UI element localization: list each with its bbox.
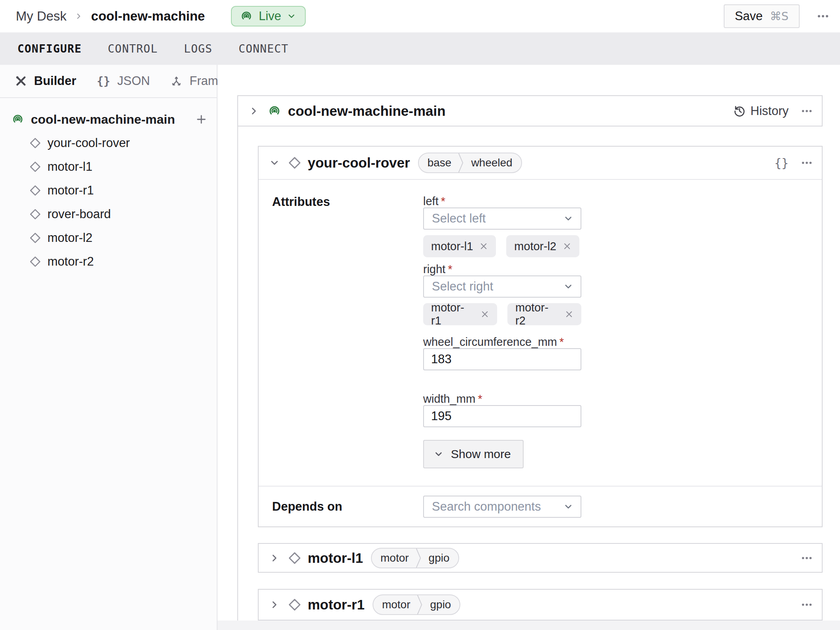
- depends-on-label: Depends on: [272, 500, 342, 514]
- wheel-circumference-input[interactable]: [423, 348, 581, 370]
- config-sidebar: Builder {} JSON Frame cool-new-machine-m…: [0, 65, 218, 630]
- left-chips: motor-l1 motor-l2: [423, 235, 581, 257]
- tree-item-rover-board[interactable]: rover-board: [0, 202, 217, 226]
- breadcrumb-root-link[interactable]: My Desk: [16, 9, 66, 24]
- component-diamond-icon: [29, 232, 41, 244]
- attributes-form: left* Select left motor-l1 motor-l2: [423, 180, 581, 468]
- save-shortcut: ⌘S: [770, 9, 789, 23]
- tab-logs[interactable]: LOGS: [184, 42, 212, 55]
- chip-remove-icon[interactable]: [481, 310, 489, 319]
- motor-menu-button[interactable]: [801, 553, 812, 564]
- frame-axes-icon: [170, 75, 182, 87]
- tree-item-your-cool-rover[interactable]: your-cool-rover: [0, 131, 217, 155]
- view-tab-json-label: JSON: [117, 74, 150, 88]
- rover-menu-button[interactable]: [801, 157, 812, 168]
- bottom-strip: [218, 621, 840, 630]
- save-label: Save: [735, 9, 763, 23]
- expand-chevron-icon[interactable]: [248, 106, 259, 117]
- component-diamond-icon: [29, 137, 41, 149]
- tree-root-item[interactable]: cool-new-machine-main: [0, 108, 217, 131]
- live-status-label: Live: [259, 9, 281, 23]
- header-menu-button[interactable]: [817, 10, 829, 22]
- width-input[interactable]: [423, 405, 581, 427]
- left-field-label: left*: [423, 195, 581, 207]
- chip-remove-icon[interactable]: [563, 242, 571, 251]
- motor-card-title: motor-l1: [308, 550, 363, 566]
- rover-card-title: your-cool-rover: [308, 155, 410, 171]
- chip-remove-icon[interactable]: [565, 310, 573, 319]
- tree-item-motor-r2[interactable]: motor-r2: [0, 250, 217, 274]
- dots-icon: [801, 599, 812, 610]
- part-menu-button[interactable]: [801, 106, 812, 117]
- component-type-badge: motor gpio: [371, 548, 459, 568]
- chip-motor-r2[interactable]: motor-r2: [507, 303, 581, 325]
- required-asterisk: *: [559, 336, 564, 348]
- badge-divider-icon: [415, 548, 422, 568]
- chip-motor-r1[interactable]: motor-r1: [423, 303, 497, 325]
- motor-menu-button[interactable]: [801, 599, 812, 610]
- badge-divider-icon: [416, 594, 424, 615]
- left-select-placeholder: Select left: [432, 211, 486, 226]
- part-card: cool-new-machine-main History: [237, 95, 823, 126]
- component-diamond-icon: [29, 256, 41, 268]
- chip-remove-icon[interactable]: [479, 242, 488, 251]
- add-component-button[interactable]: [195, 113, 207, 125]
- depends-select-placeholder: Search components: [432, 500, 541, 514]
- left-select[interactable]: Select left: [423, 207, 581, 230]
- view-json-button[interactable]: {}: [774, 156, 789, 170]
- attributes-label: Attributes: [272, 195, 330, 209]
- view-tab-builder-label: Builder: [34, 74, 76, 88]
- live-status-dropdown[interactable]: Live: [231, 6, 306, 26]
- width-label: width_mm*: [423, 392, 581, 405]
- show-more-button[interactable]: Show more: [423, 440, 524, 468]
- chevron-down-icon: [563, 281, 573, 292]
- required-asterisk: *: [478, 392, 482, 405]
- badge-model: gpio: [422, 549, 458, 568]
- chip-motor-l1[interactable]: motor-l1: [423, 235, 496, 257]
- component-diamond-icon: [288, 156, 301, 170]
- collapse-chevron-icon[interactable]: [269, 157, 280, 168]
- chevron-down-icon: [563, 213, 573, 224]
- chip-label: motor-l1: [431, 240, 473, 253]
- builder-tools-icon: [15, 75, 27, 87]
- show-more-label: Show more: [451, 447, 511, 461]
- save-button[interactable]: Save ⌘S: [724, 4, 800, 28]
- broadcast-icon: [11, 113, 25, 126]
- history-label: History: [751, 104, 789, 118]
- broadcast-icon: [267, 104, 282, 118]
- right-chips: motor-r1 motor-r2: [423, 303, 581, 325]
- history-button[interactable]: History: [733, 104, 789, 118]
- tree-item-motor-l2[interactable]: motor-l2: [0, 226, 217, 250]
- view-tab-json[interactable]: {} JSON: [97, 74, 150, 88]
- tree-item-motor-r1[interactable]: motor-r1: [0, 179, 217, 202]
- tree-item-label: motor-l2: [47, 231, 93, 245]
- expand-chevron-icon[interactable]: [269, 599, 280, 610]
- chip-motor-l2[interactable]: motor-l2: [506, 235, 579, 257]
- component-type-badge: motor gpio: [373, 594, 461, 615]
- tree-item-motor-l1[interactable]: motor-l1: [0, 155, 217, 179]
- dots-icon: [801, 553, 812, 564]
- component-diamond-icon: [29, 208, 41, 220]
- tree-item-label: motor-l1: [47, 160, 93, 174]
- right-field-label: right*: [423, 263, 581, 275]
- tree-item-label: rover-board: [47, 207, 111, 221]
- tab-configure[interactable]: CONFIGURE: [17, 42, 82, 55]
- depends-select[interactable]: Search components: [423, 496, 581, 518]
- badge-type: base: [419, 153, 458, 172]
- expand-chevron-icon[interactable]: [269, 553, 280, 564]
- machine-name: cool-new-machine: [91, 9, 205, 24]
- part-connector-line: [237, 126, 238, 630]
- required-asterisk: *: [448, 263, 452, 275]
- rover-attributes-section: Attributes left* Select left motor-l1 mo: [259, 180, 822, 486]
- machine-part-tree: cool-new-machine-main your-cool-rover mo…: [0, 98, 217, 274]
- tab-connect[interactable]: CONNECT: [238, 42, 288, 55]
- view-tab-builder[interactable]: Builder: [15, 74, 76, 88]
- required-asterisk: *: [441, 195, 445, 207]
- component-diamond-icon: [29, 161, 41, 173]
- tab-control[interactable]: CONTROL: [108, 42, 158, 55]
- view-tab-frame[interactable]: Frame: [170, 74, 225, 88]
- badge-model: gpio: [424, 595, 460, 614]
- sidebar-view-tabs: Builder {} JSON Frame: [0, 65, 217, 98]
- header-actions: Save ⌘S: [724, 4, 829, 28]
- right-select[interactable]: Select right: [423, 275, 581, 298]
